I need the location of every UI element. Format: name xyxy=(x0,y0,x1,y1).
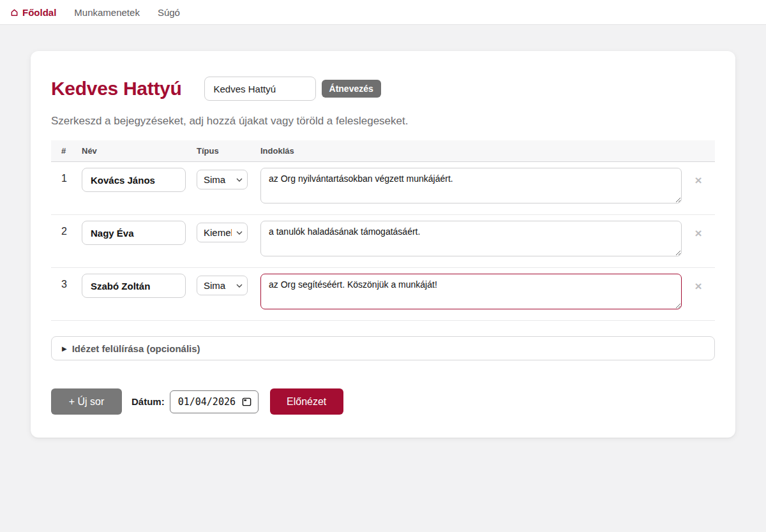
title-row: Kedves Hattyú Átnevezés xyxy=(51,77,715,101)
row-number: 1 xyxy=(51,168,82,184)
date-label: Dátum: xyxy=(131,396,165,407)
page-subtitle: Szerkeszd a bejegyzéseket, adj hozzá úja… xyxy=(51,115,715,128)
delete-row-button[interactable]: × xyxy=(689,168,707,189)
row-number: 3 xyxy=(51,274,82,290)
nav-item-help[interactable]: Súgó xyxy=(158,7,180,18)
quote-override-toggle[interactable]: ▶ Idézet felülírása (opcionális) xyxy=(51,336,715,360)
reason-textarea[interactable] xyxy=(260,168,682,203)
row-number: 2 xyxy=(51,221,82,237)
column-header-reason: Indoklás xyxy=(260,146,682,156)
actions-cell: × xyxy=(682,274,715,295)
type-cell: Sima xyxy=(197,168,260,189)
nav-item-home[interactable]: Főoldal xyxy=(10,7,56,18)
actions-cell: × xyxy=(682,221,715,242)
reason-cell xyxy=(260,221,682,259)
table-body: 1Sima×2Kiemelt×3Sima× xyxy=(51,162,715,321)
table-row: 3Sima× xyxy=(51,268,715,321)
actions-cell: × xyxy=(682,168,715,189)
type-select[interactable]: Sima xyxy=(197,276,248,295)
reason-cell xyxy=(260,274,682,312)
rename-input[interactable] xyxy=(204,77,316,101)
entries-table: # Név Típus Indoklás 1Sima×2Kiemelt×3Sim… xyxy=(51,140,715,321)
nav-item-sessions[interactable]: Munkamenetek xyxy=(74,7,140,18)
name-cell xyxy=(82,168,197,192)
table-row: 2Kiemelt× xyxy=(51,215,715,268)
triangle-right-icon: ▶ xyxy=(62,345,67,352)
column-header-name: Név xyxy=(82,146,197,156)
date-value: 01/04/2026 xyxy=(178,396,236,408)
table-header: # Név Típus Indoklás xyxy=(51,140,715,162)
nav-item-label: Súgó xyxy=(158,7,180,18)
name-cell xyxy=(82,274,197,298)
type-cell: Sima xyxy=(197,274,260,295)
date-input[interactable]: 01/04/2026 xyxy=(170,390,259,413)
rename-button[interactable]: Átnevezés xyxy=(322,80,381,98)
nav-item-label: Főoldal xyxy=(22,7,56,18)
reason-textarea[interactable] xyxy=(260,221,682,256)
name-input[interactable] xyxy=(82,274,186,298)
top-nav: Főoldal Munkamenetek Súgó xyxy=(0,0,766,25)
page-title: Kedves Hattyú xyxy=(51,78,182,100)
table-row: 1Sima× xyxy=(51,162,715,215)
delete-row-button[interactable]: × xyxy=(689,221,707,242)
name-input[interactable] xyxy=(82,168,186,192)
preview-button[interactable]: Előnézet xyxy=(270,388,343,415)
add-row-button[interactable]: + Új sor xyxy=(51,388,122,415)
column-header-type: Típus xyxy=(197,146,260,156)
home-icon xyxy=(10,8,19,17)
footer-controls: + Új sor Dátum: 01/04/2026 Előnézet xyxy=(51,388,715,415)
column-header-index: # xyxy=(51,146,82,156)
type-select[interactable]: Sima xyxy=(197,170,248,189)
type-cell: Kiemelt xyxy=(197,221,260,242)
nav-item-label: Munkamenetek xyxy=(74,7,140,18)
editor-card: Kedves Hattyú Átnevezés Szerkeszd a beje… xyxy=(31,51,735,438)
quote-override-label: Idézet felülírása (opcionális) xyxy=(72,343,200,354)
calendar-icon xyxy=(242,397,252,406)
name-cell xyxy=(82,221,197,245)
delete-row-button[interactable]: × xyxy=(689,274,707,295)
name-input[interactable] xyxy=(82,221,186,245)
reason-cell xyxy=(260,168,682,206)
type-select[interactable]: Kiemelt xyxy=(197,223,248,242)
reason-textarea[interactable] xyxy=(260,274,682,309)
